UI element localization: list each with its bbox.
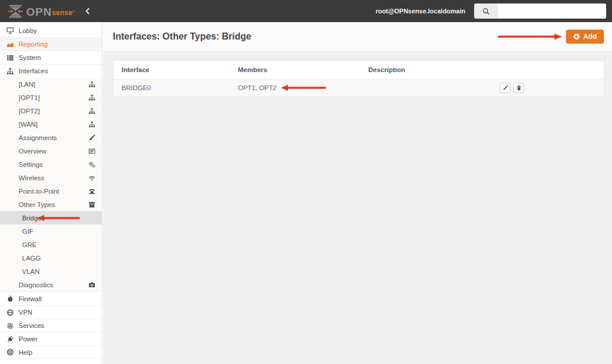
sidebar-item-label: Power [19, 336, 38, 342]
sidebar-item-services[interactable]: Services [0, 319, 102, 332]
sidebar-item-other-types[interactable]: Other Types [0, 198, 102, 211]
delete-row-button[interactable] [513, 83, 524, 93]
sitemap-icon [6, 67, 14, 75]
gear-icon [6, 322, 14, 330]
plus-circle-icon [573, 33, 580, 40]
sidebar-item-wan[interactable]: [WAN] [0, 117, 102, 131]
column-header-description: Description [360, 60, 492, 79]
cell-actions [492, 79, 604, 97]
sidebar-item-lobby[interactable]: Lobby [0, 24, 102, 37]
sidebar-item-opt2[interactable]: [OPT2] [0, 104, 102, 117]
sidebar-item-gre[interactable]: GRE [0, 238, 102, 251]
fire-icon [6, 295, 14, 302]
sidebar-item-power[interactable]: Power [0, 332, 102, 345]
area-chart-icon [6, 41, 14, 48]
main-content: Interfaces: Other Types: Bridge Add Inte… [103, 22, 612, 364]
sidebar-item-vpn[interactable]: VPN [0, 305, 102, 319]
annotation-arrow-bridge [37, 215, 80, 222]
sidebar-item-help[interactable]: Help [0, 345, 102, 359]
column-header-members: Members [230, 60, 360, 79]
opnsense-logo-icon [8, 4, 23, 19]
column-header-interface: Interface [113, 60, 230, 79]
top-header-bar: OPN sense ® root@OPNsense.localdomain [0, 0, 612, 22]
sidebar-item-label: Diagnostics [19, 281, 53, 288]
sidebar-item-vlan[interactable]: VLAN [0, 265, 102, 278]
add-button[interactable]: Add [566, 30, 604, 44]
sidebar-item-bridge[interactable]: Bridge [0, 211, 102, 224]
sidebar-item-reporting[interactable]: Reporting [0, 37, 102, 51]
archive-icon [88, 201, 95, 208]
sidebar-item-diagnostics[interactable]: Diagnostics [0, 278, 102, 291]
sidebar-item-label: [OPT2] [19, 108, 40, 115]
sidebar-item-point-to-point[interactable]: Point-to-Point [0, 184, 102, 198]
cell-description [360, 79, 492, 97]
sidebar-item-overview[interactable]: Overview [0, 144, 102, 158]
annotation-arrow-members [281, 84, 326, 91]
sidebar-item-interfaces[interactable]: Interfaces [0, 64, 102, 77]
sidebar-item-label: [LAN] [19, 81, 35, 88]
search-icon [482, 8, 490, 15]
sitemap-icon [88, 81, 95, 88]
members-value: OPT1, OPT2 [238, 84, 276, 91]
sidebar-item-gif[interactable]: GIF [0, 224, 102, 238]
search-addon [474, 3, 498, 19]
interfaces-submenu: [LAN] [OPT1] [OPT2] [WAN] Assignments Ov… [0, 77, 102, 292]
sitemap-icon [88, 108, 95, 115]
sidebar-item-label: Services [19, 322, 44, 329]
logged-in-user: root@OPNsense.localdomain [376, 8, 465, 15]
sitemap-icon [88, 121, 95, 128]
cell-interface: BRIDGE0 [113, 79, 230, 97]
sidebar-collapse-button[interactable] [84, 8, 90, 15]
sidebar-item-label: Firewall [19, 295, 42, 302]
th-list-icon [6, 54, 14, 62]
page-title-band: Interfaces: Other Types: Bridge Add [103, 22, 612, 52]
brand-sense-text: sense [52, 8, 73, 19]
sidebar-item-label: Settings [19, 161, 43, 168]
desktop-icon [6, 27, 14, 34]
sidebar-item-wireless[interactable]: Wireless [0, 171, 102, 184]
trash-icon [516, 85, 522, 91]
sidebar-item-label: Overview [19, 148, 47, 155]
page-title: Interfaces: Other Types: Bridge [113, 31, 251, 42]
sidebar-item-label: Point-to-Point [19, 188, 59, 195]
table-row-bridge0: BRIDGE0 OPT1, OPT2 [113, 79, 604, 97]
sidebar-item-label: Reporting [19, 41, 48, 48]
sidebar-item-label: GRE [22, 241, 37, 248]
sidebar-item-label: Wireless [19, 174, 44, 181]
chevron-left-icon [84, 8, 90, 15]
cogs-icon [88, 161, 95, 168]
brand-registered-mark: ® [73, 5, 75, 19]
sidebar-item-firewall[interactable]: Firewall [0, 292, 102, 305]
pencil-icon [88, 134, 95, 141]
search-input[interactable] [498, 3, 606, 19]
pencil-icon [503, 85, 508, 91]
sitemap-icon [88, 94, 95, 101]
list-alt-icon [88, 148, 95, 155]
plug-icon [6, 336, 14, 343]
cell-members: OPT1, OPT2 [230, 79, 360, 97]
sidebar-item-label: Help [19, 349, 33, 356]
table-header-row: Interface Members Description [113, 60, 604, 79]
sidebar-item-settings[interactable]: Settings [0, 158, 102, 171]
sidebar-item-opt1[interactable]: [OPT1] [0, 91, 102, 104]
sidebar-item-lan[interactable]: [LAN] [0, 77, 102, 91]
column-header-actions [492, 60, 604, 79]
sidebar-item-label: [WAN] [19, 121, 38, 128]
sidebar-item-lagg[interactable]: LAGG [0, 251, 102, 265]
sidebar-item-label: Assignments [19, 134, 57, 141]
bridge-table-panel: Interface Members Description BRIDGE0 OP… [113, 60, 604, 97]
sidebar-item-label: LAGG [22, 255, 41, 262]
opnsense-logo[interactable]: OPN sense ® [8, 4, 75, 19]
brand-opn-text: OPN [26, 6, 52, 19]
sidebar-item-system[interactable]: System [0, 51, 102, 64]
wifi-icon [88, 174, 95, 181]
edit-row-button[interactable] [500, 83, 511, 93]
annotation-arrow-add-button [498, 33, 562, 40]
sidebar-item-label: Interfaces [19, 67, 48, 74]
sidebar-item-label: Other Types [19, 201, 55, 208]
opnsense-app-window: OPN sense ® root@OPNsense.localdomain Lo… [0, 0, 612, 364]
bridge-table: Interface Members Description BRIDGE0 OP… [113, 60, 604, 97]
sidebar-item-label: GIF [22, 228, 33, 235]
sidebar-item-label: VPN [19, 309, 33, 316]
sidebar-item-assignments[interactable]: Assignments [0, 131, 102, 144]
